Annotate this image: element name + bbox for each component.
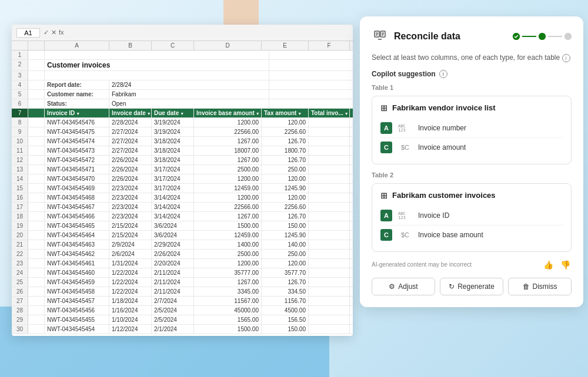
table-row: 14NWT-04345454702/26/20243/17/20241200.0… (12, 174, 353, 184)
field-letter-c1: C (380, 142, 392, 153)
customer-value: Fabrikam (109, 90, 269, 99)
progress-steps (513, 33, 572, 40)
table-row: 16NWT-04345454682/23/20243/14/20241200.0… (12, 193, 353, 203)
svg-text:123: 123 (398, 128, 406, 132)
regenerate-button[interactable]: ↻ Regenerate (440, 278, 503, 295)
field-type-currency-1: $C (397, 144, 413, 151)
table-row: 15NWT-04345454692/23/20243/17/202412459.… (12, 184, 353, 193)
thumbs-up-button[interactable]: 👍 (542, 259, 554, 271)
step-3 (564, 33, 572, 40)
table-row: 12NWT-04345454722/26/20243/18/20241267.0… (12, 156, 353, 165)
action-buttons: ⚙ Adjust ↻ Regenerate 🗑 Dismiss (372, 278, 572, 295)
panel-title: Reconcile data (394, 31, 460, 42)
table1-icon: ⊞ (380, 103, 387, 113)
panel-header: Reconcile data (372, 28, 572, 45)
ai-footer: AI-generated content may be incorrect 👍 … (372, 259, 572, 271)
table2-field-2[interactable]: C $C Invoice base amount (380, 225, 563, 244)
table-row: 5 Customer name: Fabrikam (12, 90, 353, 99)
formula-input[interactable] (68, 29, 348, 36)
table2-field1-name: Invoice ID (418, 211, 449, 220)
table-row: 6 Status: Open (12, 99, 353, 109)
table1-label: Table 1 (372, 84, 572, 91)
col-header-d[interactable]: D (194, 41, 262, 50)
table-row: 24NWT-04345454601/22/20242/11/202435777.… (12, 268, 353, 278)
table2-field2-name: Invoice base amount (418, 231, 483, 239)
table-row: 4 Report date: 2/28/24 (12, 80, 353, 90)
dismiss-icon: 🗑 (523, 282, 530, 291)
table1-card: ⊞ Fabrikam vendor invoice list A ABC123 … (372, 96, 572, 164)
thumbs-down-button[interactable]: 👎 (559, 259, 572, 271)
status-value: Open (109, 99, 269, 108)
dismiss-button[interactable]: 🗑 Dismiss (508, 278, 572, 295)
table1-field1-name: Invoice number (418, 124, 466, 132)
table1-field-2[interactable]: C $C Invoice amount (380, 138, 563, 157)
table2-field-1[interactable]: A ABC123 Invoice ID (380, 206, 563, 225)
spreadsheet: A1 ✓ ✕ fx A B C D E F 1 2 Customer invoi… (12, 25, 353, 336)
col-header-c[interactable]: C (152, 41, 194, 50)
table-row: 7 Invoice ID Invoice date Due date Invoi… (12, 109, 353, 118)
copilot-info-icon[interactable]: i (439, 70, 447, 78)
table-row: 25NWT-04345454591/22/20242/11/20241267.0… (12, 278, 353, 287)
table-row: 9NWT-04345454752/27/20243/19/202422566.0… (12, 127, 353, 137)
step-line-1 (522, 36, 536, 37)
table-row: 30NWT-04345454541/12/20242/1/20241500.00… (12, 325, 353, 334)
table-row: 13NWT-04345454712/26/20243/17/20242500.0… (12, 165, 353, 174)
excel-toolbar: A1 ✓ ✕ fx (12, 25, 353, 41)
table-row: 27NWT-04345454571/18/20242/7/202411567.0… (12, 297, 353, 306)
table-row: 29NWT-04345454551/10/20242/5/20241565.00… (12, 315, 353, 325)
data-rows-container: 8NWT-04345454762/28/20243/19/20241200.00… (12, 118, 353, 334)
adjust-button[interactable]: ⚙ Adjust (372, 278, 435, 295)
table2-card: ⊞ Fabrikam customer invoices A ABC123 In… (372, 183, 572, 252)
cross-icon[interactable]: ✕ (51, 29, 56, 36)
spreadsheet-title: Customer invoices (45, 60, 269, 70)
table1-field2-name: Invoice amount (418, 143, 466, 152)
col-header-a[interactable]: A (45, 41, 109, 50)
table-row: 11NWT-04345454732/27/20243/18/202418007.… (12, 146, 353, 156)
cell-reference[interactable]: A1 (16, 28, 40, 38)
col-header-b[interactable]: B (109, 41, 152, 50)
table-row: 1 (12, 51, 353, 60)
feedback-icons: 👍 👎 (542, 259, 572, 271)
table-row: 22NWT-04345454622/6/20242/26/20242500.00… (12, 250, 353, 259)
regenerate-icon: ↻ (449, 282, 455, 291)
svg-text:123: 123 (398, 216, 406, 220)
formula-icon: fx (59, 29, 64, 36)
col-header-f[interactable]: F (309, 41, 350, 50)
svg-point-10 (564, 33, 572, 40)
table2-label: Table 2 (372, 171, 572, 179)
table2-title: ⊞ Fabrikam customer invoices (380, 191, 563, 200)
step-2 (539, 33, 546, 40)
row-num-header (12, 41, 28, 50)
report-date-value: 2/28/24 (109, 80, 269, 89)
table1-title: ⊞ Fabrikam vendor invoice list (380, 103, 563, 113)
reconcile-panel: Reconcile data Select at least two colum… (360, 16, 583, 307)
step-line-2 (548, 36, 562, 37)
table-row: 18NWT-04345454662/23/20243/14/20241267.0… (12, 212, 353, 221)
field-type-text-1: ABC123 (397, 123, 413, 133)
table-row: 2 Customer invoices (12, 60, 353, 71)
table-row: 17NWT-04345454672/23/20243/14/202422566.… (12, 203, 353, 212)
field-type-text-2: ABC123 (397, 210, 413, 221)
table-row: 3 (12, 71, 353, 80)
table-row: 23NWT-04345454611/31/20242/20/20241200.0… (12, 259, 353, 268)
col-header-e[interactable]: E (262, 41, 309, 50)
svg-point-9 (539, 33, 546, 40)
field-letter-a1: A (380, 122, 392, 134)
checkmark-icon[interactable]: ✓ (44, 29, 49, 36)
table-row: 20NWT-04345454642/15/20243/6/202412459.0… (12, 231, 353, 240)
report-date-label: Report date: (45, 80, 109, 89)
field-type-currency-2: $C (397, 231, 413, 238)
panel-title-row: Reconcile data (372, 28, 460, 45)
description-info-icon[interactable]: i (562, 54, 570, 62)
customer-label: Customer name: (45, 90, 109, 99)
table-row: 8NWT-04345454762/28/20243/19/20241200.00… (12, 118, 353, 127)
status-label: Status: (45, 99, 109, 108)
reconcile-icon (372, 28, 388, 45)
column-headers: A B C D E F (12, 41, 353, 51)
field-letter-a2: A (380, 210, 392, 221)
table1-field-1[interactable]: A ABC123 Invoice number (380, 119, 563, 138)
step-1 (513, 33, 520, 40)
table-row: 26NWT-04345454581/22/20242/11/20243345.0… (12, 287, 353, 297)
field-letter-c2: C (380, 229, 392, 241)
adjust-icon: ⚙ (389, 282, 395, 291)
